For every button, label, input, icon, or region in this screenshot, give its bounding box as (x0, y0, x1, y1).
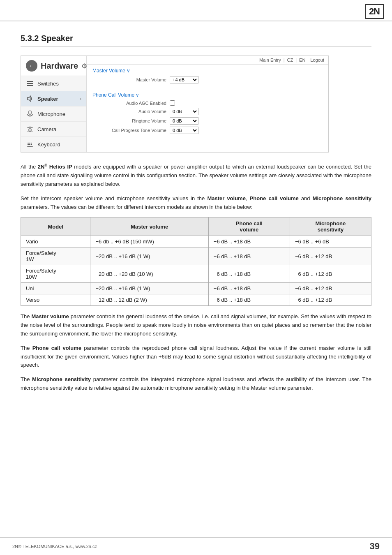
phone-call-header[interactable]: Phone Call Volume ∨ (92, 92, 323, 98)
nav-sep1: | (284, 58, 285, 62)
page-footer: 2N® TELEKOMUNIKACE a.s., www.2n.cz 39 (0, 537, 392, 555)
table-cell: −6 dB .. +18 dB (208, 294, 290, 306)
body-paragraph-1: All the 2N® Helios IP models are equippe… (21, 162, 371, 189)
sidebar-item-label-switches: Switches (37, 81, 59, 87)
master-volume-row: Master Volume +4 dB (92, 76, 323, 83)
logout-link[interactable]: Logout (310, 58, 324, 62)
svg-rect-11 (31, 143, 32, 143)
agc-control (170, 100, 175, 106)
sidebar-title: Hardware (41, 61, 78, 71)
sidebar-item-keyboard[interactable]: Keyboard (21, 137, 86, 152)
call-progress-select[interactable]: 0 dB (170, 127, 198, 134)
svg-rect-4 (29, 111, 31, 114)
model-table: Model Master volume Phone callvolume Mic… (21, 217, 371, 306)
body-paragraph-4: The Phone call volume parameter controls… (21, 344, 371, 370)
table-cell: Force/Safety10W (21, 265, 90, 283)
sidebar: ← Hardware ⚙ Switches Spea (21, 56, 87, 152)
table-cell: −12 dB .. 12 dB (2 W) (90, 294, 208, 306)
speaker-chevron-icon: › (80, 97, 81, 101)
phone-call-section: Phone Call Volume ∨ Audio AGC Enabled Au… (87, 89, 328, 139)
table-cell: −20 dB .. +16 dB (1 W) (90, 283, 208, 294)
panel-nav: Main Entry | CZ | EN Logout (87, 56, 328, 65)
table-cell: −6 dB .. +12 dB (290, 283, 371, 294)
agc-label: Audio AGC Enabled (92, 101, 166, 106)
hardware-panel: ← Hardware ⚙ Switches Spea (21, 56, 329, 153)
sidebar-menu: Switches Speaker › Microphone (21, 76, 86, 152)
table-row: Uni−20 dB .. +16 dB (1 W)−6 dB .. +18 dB… (21, 283, 371, 294)
sidebar-header: ← Hardware ⚙ (21, 56, 86, 76)
ringtone-row: Ringtone Volume 0 dB (92, 117, 323, 125)
agc-row: Audio AGC Enabled (92, 100, 323, 106)
call-progress-row: Call-Progress Tone Volume 0 dB (92, 127, 323, 134)
sidebar-item-label-microphone: Microphone (37, 111, 65, 117)
svg-rect-13 (29, 144, 30, 145)
body-paragraph-3: The Master volume parameter controls the… (21, 312, 371, 338)
audio-volume-select[interactable]: 0 dB (170, 108, 198, 115)
svg-marker-3 (28, 96, 31, 102)
sidebar-item-switches[interactable]: Switches (21, 76, 86, 91)
en-lang-link[interactable]: EN (299, 58, 305, 62)
camera-icon (26, 125, 34, 133)
svg-rect-2 (27, 85, 33, 86)
table-cell: −6 dB .. +18 dB (208, 265, 290, 283)
table-cell: −6 dB .. +18 dB (208, 236, 290, 247)
audio-volume-label: Audio Volume (92, 109, 166, 114)
svg-rect-12 (28, 144, 29, 145)
main-entry-link[interactable]: Main Entry (259, 58, 281, 62)
sidebar-item-speaker[interactable]: Speaker › (21, 91, 86, 106)
svg-rect-10 (29, 143, 30, 143)
ringtone-control: 0 dB (170, 117, 198, 125)
master-volume-control: +4 dB (170, 76, 198, 83)
sidebar-item-label-camera: Camera (37, 126, 56, 132)
footer-text: 2N® TELEKOMUNIKACE a.s., www.2n.cz (12, 544, 97, 549)
table-cell: −6 dB .. +6 dB (290, 236, 371, 247)
col-model: Model (21, 217, 90, 236)
main-panel: Main Entry | CZ | EN Logout Master Volum… (87, 56, 328, 152)
table-cell: Uni (21, 283, 90, 294)
master-volume-select[interactable]: +4 dB (170, 76, 198, 83)
svg-rect-0 (27, 81, 33, 82)
back-button[interactable]: ← (26, 60, 37, 72)
table-row: Force/Safety10W−20 dB .. +20 dB (10 W)−6… (21, 265, 371, 283)
table-row: Verso−12 dB .. 12 dB (2 W)−6 dB .. +18 d… (21, 294, 371, 306)
sidebar-item-microphone[interactable]: Microphone (21, 106, 86, 122)
table-cell: −20 dB .. +16 dB (1 W) (90, 247, 208, 265)
ringtone-select[interactable]: 0 dB (170, 117, 198, 125)
table-cell: −20 dB .. +20 dB (10 W) (90, 265, 208, 283)
sidebar-item-label-keyboard: Keyboard (37, 141, 60, 148)
table-cell: Vario (21, 236, 90, 247)
top-logo-area: 2N (365, 4, 384, 19)
svg-rect-9 (28, 143, 29, 143)
body-paragraph-5: The Microphone sensitivity parameter con… (21, 375, 371, 393)
page-number: 39 (370, 541, 380, 552)
speaker-icon (26, 95, 34, 103)
nav-sep2: | (295, 58, 297, 62)
section-title: 5.3.2 Speaker (21, 34, 371, 47)
sidebar-item-camera[interactable]: Camera (21, 122, 86, 137)
table-cell: Force/Safety1W (21, 247, 90, 265)
col-microphone: Microphonesensitivity (290, 217, 371, 236)
switches-icon (26, 79, 34, 88)
ringtone-label: Ringtone Volume (92, 118, 166, 123)
call-progress-control: 0 dB (170, 127, 198, 134)
call-progress-label: Call-Progress Tone Volume (92, 128, 166, 133)
agc-checkbox[interactable] (170, 100, 175, 106)
master-volume-label: Master Volume (92, 77, 166, 82)
table-cell: −6 dB .. +18 dB (208, 283, 290, 294)
table-cell: −6 dB .. +12 dB (290, 294, 371, 306)
table-row: Force/Safety1W−20 dB .. +16 dB (1 W)−6 d… (21, 247, 371, 265)
svg-rect-1 (27, 83, 33, 84)
keyboard-icon (26, 140, 34, 148)
svg-rect-15 (28, 146, 32, 146)
audio-volume-control: 0 dB (170, 108, 198, 115)
col-phone-call: Phone callvolume (208, 217, 290, 236)
table-row: Vario−6 db .. +6 dB (150 mW)−6 dB .. +18… (21, 236, 371, 247)
logo: 2N (365, 4, 384, 19)
table-cell: −6 dB .. +12 dB (290, 247, 371, 265)
cz-lang-link[interactable]: CZ (287, 58, 293, 62)
audio-volume-row: Audio Volume 0 dB (92, 108, 323, 115)
table-cell: −6 dB .. +12 dB (290, 265, 371, 283)
sidebar-item-label-speaker: Speaker (37, 96, 58, 102)
master-volume-header[interactable]: Master Volume ∨ (92, 68, 323, 74)
master-volume-section: Master Volume ∨ Master Volume +4 dB (87, 65, 328, 89)
